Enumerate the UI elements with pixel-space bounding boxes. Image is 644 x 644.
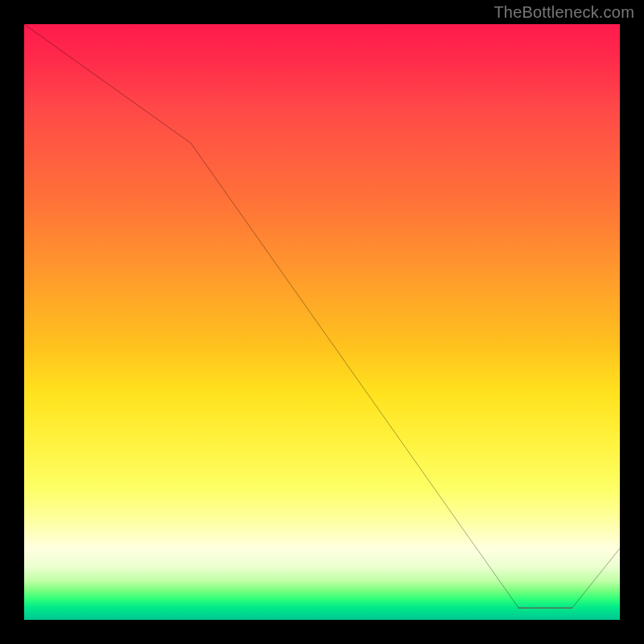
bottleneck-curve	[24, 24, 620, 608]
chart-container: TheBottleneck.com	[0, 0, 644, 644]
line-plot	[24, 24, 620, 620]
attribution-label: TheBottleneck.com	[493, 3, 634, 22]
plot-area	[24, 24, 620, 620]
